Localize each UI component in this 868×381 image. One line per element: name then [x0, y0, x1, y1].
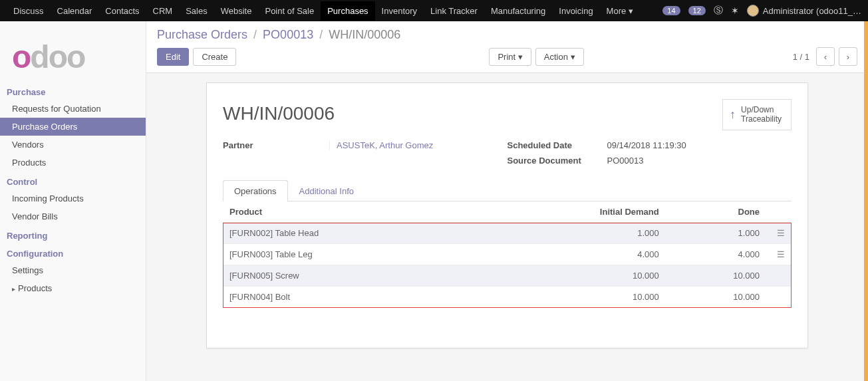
menu-section-reporting: Reporting: [0, 225, 146, 243]
menu-item-vendor-bills[interactable]: Vendor Bills: [0, 207, 146, 225]
caret-down-icon: ▾: [571, 52, 575, 62]
tabs: Operations Additional Info: [223, 180, 792, 201]
partner-value[interactable]: ASUSTeK, Arthur Gomez: [337, 140, 433, 150]
nav-menu: DiscussCalendarContactsCRMSalesWebsitePo…: [7, 1, 662, 21]
sidebar: odoo PurchaseRequests for QuotationPurch…: [0, 21, 146, 381]
cell-action: ☰: [766, 244, 792, 265]
user-menu[interactable]: Administrator (odoo11_…: [747, 5, 861, 17]
debug-icon[interactable]: ✶: [731, 5, 739, 16]
operations-table: Product Initial Demand Done [FURN002] Ta…: [223, 201, 792, 308]
edit-button[interactable]: Edit: [157, 48, 189, 66]
col-initial-demand: Initial Demand: [482, 201, 666, 223]
pager-next-button[interactable]: ›: [839, 47, 857, 66]
caret-down-icon: ▾: [518, 52, 523, 62]
nav-item-crm[interactable]: CRM: [146, 1, 180, 21]
nav-item-discuss[interactable]: Discuss: [7, 1, 51, 21]
cell-product: [FURN004] Bolt: [223, 287, 482, 308]
cell-done: 4.000: [666, 244, 766, 265]
print-label: Print: [498, 52, 515, 62]
create-button[interactable]: Create: [193, 48, 236, 66]
menu-item-purchase-orders[interactable]: Purchase Orders: [0, 118, 146, 136]
menu-item-vendors[interactable]: Vendors: [0, 136, 146, 154]
menu-item-settings[interactable]: Settings: [0, 261, 146, 279]
col-done: Done: [666, 201, 766, 223]
nav-item-sales[interactable]: Sales: [179, 1, 214, 21]
table-row[interactable]: [FURN005] Screw10.00010.000: [223, 265, 792, 287]
control-panel: Purchase Orders / PO00013 / WH/IN/00006 …: [146, 21, 868, 73]
cell-action: ☰: [766, 223, 792, 244]
arrow-up-icon: ↑: [730, 108, 736, 122]
menu-section-purchase: Purchase: [0, 82, 146, 100]
nav-more[interactable]: More ▾: [600, 1, 641, 21]
stat-line2: Traceability: [741, 114, 782, 124]
nav-right: 14 12 Ⓢ ✶ Administrator (odoo11_…: [662, 5, 861, 17]
tab-additional-info[interactable]: Additional Info: [288, 180, 365, 201]
nav-item-purchases[interactable]: Purchases: [321, 1, 374, 21]
cell-done: 10.000: [666, 287, 766, 308]
nav-item-invoicing[interactable]: Invoicing: [552, 1, 599, 21]
pager-prev-button[interactable]: ‹: [816, 47, 835, 66]
partner-label: Partner: [223, 140, 323, 150]
col-product: Product: [223, 201, 482, 223]
detail-icon[interactable]: ☰: [777, 228, 785, 238]
cell-action: [766, 287, 792, 308]
logo: odoo: [0, 27, 146, 82]
cell-action: [766, 265, 792, 287]
user-name: Administrator (odoo11_…: [763, 6, 861, 16]
cell-demand: 10.000: [482, 265, 666, 287]
menu-item-requests-for-quotation[interactable]: Requests for Quotation: [0, 100, 146, 118]
scheduled-date-value: 09/14/2018 11:19:30: [607, 140, 686, 150]
cell-demand: 4.000: [482, 244, 666, 265]
form-sheet: ↑ Up/Down Traceability WH/IN/00006 Partn…: [206, 82, 808, 348]
nav-item-manufacturing[interactable]: Manufacturing: [484, 1, 552, 21]
cell-demand: 1.000: [482, 223, 666, 244]
menu-section-configuration: Configuration: [0, 243, 146, 261]
nav-item-contacts[interactable]: Contacts: [98, 1, 146, 21]
action-button[interactable]: Action ▾: [535, 48, 584, 66]
menu-item-products[interactable]: Products: [0, 154, 146, 172]
breadcrumb-sep: /: [319, 28, 323, 41]
top-navbar: DiscussCalendarContactsCRMSalesWebsitePo…: [0, 0, 868, 21]
breadcrumb-parent[interactable]: PO00013: [263, 28, 313, 41]
traceability-button[interactable]: ↑ Up/Down Traceability: [722, 99, 792, 130]
nav-item-point-of-sale[interactable]: Point of Sale: [258, 1, 321, 21]
skype-icon[interactable]: Ⓢ: [714, 5, 723, 17]
menu-item-products[interactable]: Products: [0, 279, 146, 297]
breadcrumb-sep: /: [253, 28, 257, 41]
pager-range: 1 / 1: [793, 52, 809, 62]
cell-done: 1.000: [666, 223, 766, 244]
cell-done: 10.000: [666, 265, 766, 287]
cell-demand: 10.000: [482, 287, 666, 308]
nav-item-link-tracker[interactable]: Link Tracker: [424, 1, 484, 21]
print-button[interactable]: Print ▾: [489, 48, 531, 66]
action-label: Action: [544, 52, 568, 62]
scheduled-date-label: Scheduled Date: [507, 140, 607, 150]
cell-product: [FURN002] Table Head: [223, 223, 482, 244]
detail-icon[interactable]: ☰: [777, 249, 785, 259]
breadcrumb-current: WH/IN/00006: [329, 28, 400, 41]
record-title: WH/IN/00006: [223, 103, 792, 124]
caret-down-icon: ▾: [629, 6, 633, 16]
stat-line1: Up/Down: [741, 105, 774, 114]
activity-badge[interactable]: 12: [688, 6, 706, 15]
avatar: [747, 5, 759, 17]
tab-operations[interactable]: Operations: [223, 180, 288, 201]
cell-product: [FURN005] Screw: [223, 265, 482, 287]
nav-item-inventory[interactable]: Inventory: [375, 1, 424, 21]
table-row[interactable]: [FURN003] Table Leg4.0004.000☰: [223, 244, 792, 265]
table-row[interactable]: [FURN002] Table Head1.0001.000☰: [223, 223, 792, 244]
menu-item-incoming-products[interactable]: Incoming Products: [0, 190, 146, 207]
table-row[interactable]: [FURN004] Bolt10.00010.000: [223, 287, 792, 308]
nav-item-calendar[interactable]: Calendar: [51, 1, 99, 21]
source-document-label: Source Document: [507, 156, 607, 166]
menu-section-control: Control: [0, 172, 146, 190]
breadcrumb-root[interactable]: Purchase Orders: [157, 28, 247, 41]
cell-product: [FURN003] Table Leg: [223, 244, 482, 265]
breadcrumb: Purchase Orders / PO00013 / WH/IN/00006: [157, 28, 857, 42]
source-document-value: PO00013: [607, 156, 644, 166]
right-edge-decoration: [864, 21, 868, 381]
messaging-badge[interactable]: 14: [662, 6, 680, 15]
col-actions: [766, 201, 792, 223]
nav-item-website[interactable]: Website: [214, 1, 259, 21]
content-area: Purchase Orders / PO00013 / WH/IN/00006 …: [146, 21, 868, 381]
